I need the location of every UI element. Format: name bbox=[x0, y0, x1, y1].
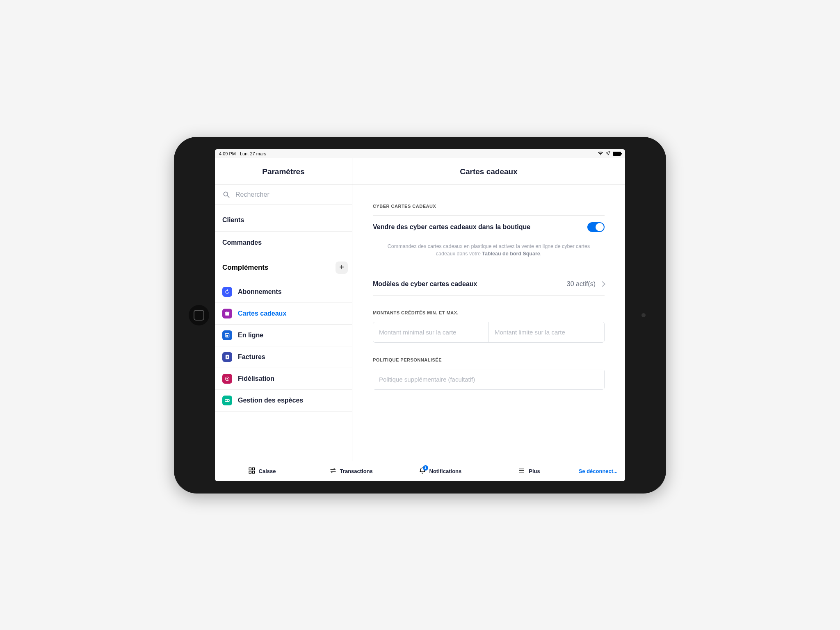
sidebar-item-label: Factures bbox=[238, 353, 265, 361]
add-complement-button[interactable]: + bbox=[336, 262, 348, 274]
battery-icon bbox=[613, 152, 621, 156]
models-label: Modèles de cyber cartes cadeaux bbox=[373, 280, 477, 288]
sidebar-item-en-ligne[interactable]: En ligne bbox=[215, 325, 352, 346]
sidebar-item-abonnements[interactable]: Abonnements bbox=[215, 281, 352, 303]
tab-notifications[interactable]: 1 Notifications bbox=[396, 467, 484, 475]
screen: 4:09 PM Lun. 27 mars Paramètres bbox=[215, 149, 625, 481]
invoice-icon: $ bbox=[222, 352, 232, 362]
chevron-right-icon bbox=[600, 281, 605, 287]
gift-icon bbox=[222, 309, 232, 318]
notification-badge: 1 bbox=[423, 465, 428, 471]
loyalty-icon bbox=[222, 374, 232, 384]
camera-dot bbox=[641, 313, 646, 317]
toggle-row-sell-egift: Vendre des cyber cartes cadeaux dans la … bbox=[373, 215, 605, 239]
device-frame: 4:09 PM Lun. 27 mars Paramètres bbox=[174, 137, 666, 494]
sidebar-item-label: En ligne bbox=[238, 332, 263, 339]
tab-label: Caisse bbox=[259, 468, 276, 474]
sidebar-item-label: Gestion des espèces bbox=[238, 397, 303, 404]
main-title: Cartes cadeaux bbox=[352, 158, 625, 185]
bell-icon: 1 bbox=[419, 467, 426, 475]
section-label-policy: POLITIQUE PERSONNALISÉE bbox=[373, 357, 605, 362]
policy-input-wrap bbox=[373, 369, 605, 390]
svg-line-1 bbox=[228, 196, 229, 197]
search-input[interactable] bbox=[235, 191, 345, 198]
sidebar-item-factures[interactable]: $ Factures bbox=[215, 346, 352, 368]
swap-icon bbox=[329, 467, 337, 475]
logout-link[interactable]: Se déconnect... bbox=[575, 468, 622, 474]
sidebar-item-label: Fidélisation bbox=[238, 375, 274, 382]
amount-input-pair bbox=[373, 322, 605, 343]
sidebar-section-label: Compléments bbox=[222, 264, 268, 272]
search-row[interactable] bbox=[215, 185, 352, 205]
status-bar: 4:09 PM Lun. 27 mars bbox=[215, 149, 625, 158]
max-amount-input[interactable] bbox=[489, 322, 604, 342]
svg-point-0 bbox=[224, 192, 228, 196]
status-date: Lun. 27 mars bbox=[240, 151, 266, 156]
home-button[interactable] bbox=[189, 305, 209, 325]
section-label-cyber: CYBER CARTES CADEAUX bbox=[373, 204, 605, 209]
tab-caisse[interactable]: Caisse bbox=[218, 467, 306, 475]
grid-icon bbox=[248, 467, 256, 475]
svg-point-13 bbox=[227, 400, 228, 400]
svg-rect-2 bbox=[225, 313, 229, 315]
main-panel: Cartes cadeaux CYBER CARTES CADEAUX Vend… bbox=[352, 158, 625, 461]
help-text: Commandez des cartes cadeaux en plastiqu… bbox=[373, 239, 605, 268]
min-amount-input[interactable] bbox=[373, 322, 489, 342]
menu-icon bbox=[518, 467, 525, 475]
sidebar-item-label: Abonnements bbox=[238, 288, 282, 296]
svg-rect-3 bbox=[225, 312, 230, 313]
policy-input[interactable] bbox=[373, 369, 604, 389]
tab-transactions[interactable]: Transactions bbox=[307, 467, 395, 475]
storefront-icon bbox=[222, 330, 232, 340]
sidebar-item-gestion-especes[interactable]: Gestion des espèces bbox=[215, 390, 352, 412]
sidebar-item-clients[interactable]: Clients bbox=[215, 209, 352, 232]
tab-bar: Caisse Transactions 1 Notifications P bbox=[215, 461, 625, 481]
cash-icon bbox=[222, 396, 232, 405]
logout-label: Se déconnect... bbox=[579, 468, 618, 474]
sidebar-item-fidelisation[interactable]: Fidélisation bbox=[215, 368, 352, 390]
sidebar-item-label: Cartes cadeaux bbox=[238, 310, 286, 317]
search-icon bbox=[222, 191, 231, 199]
location-icon bbox=[606, 151, 610, 156]
wifi-icon bbox=[598, 151, 603, 156]
toggle-sell-egift[interactable] bbox=[587, 222, 605, 232]
tab-label: Transactions bbox=[340, 468, 373, 474]
toggle-label: Vendre des cyber cartes cadeaux dans la … bbox=[373, 223, 530, 231]
sidebar-title: Paramètres bbox=[215, 158, 352, 185]
sidebar-section-complements: Compléments + bbox=[215, 254, 352, 281]
svg-rect-15 bbox=[252, 468, 254, 470]
status-time: 4:09 PM bbox=[219, 151, 236, 156]
svg-rect-14 bbox=[249, 468, 251, 470]
svg-rect-17 bbox=[252, 471, 254, 473]
models-count: 30 actif(s) bbox=[567, 280, 596, 288]
sidebar-item-commandes[interactable]: Commandes bbox=[215, 232, 352, 254]
svg-point-11 bbox=[226, 378, 228, 380]
section-label-amounts: MONTANTS CRÉDITÉS MIN. ET MAX. bbox=[373, 310, 605, 315]
tab-plus[interactable]: Plus bbox=[485, 467, 573, 475]
sidebar: Paramètres Clients Commandes Compléments… bbox=[215, 158, 352, 461]
tab-label: Plus bbox=[529, 468, 540, 474]
svg-rect-16 bbox=[249, 471, 251, 473]
tab-label: Notifications bbox=[429, 468, 462, 474]
sidebar-item-cartes-cadeaux[interactable]: Cartes cadeaux bbox=[215, 303, 352, 325]
refresh-icon bbox=[222, 287, 232, 297]
models-row[interactable]: Modèles de cyber cartes cadeaux 30 actif… bbox=[373, 273, 605, 296]
svg-rect-7 bbox=[226, 335, 228, 337]
